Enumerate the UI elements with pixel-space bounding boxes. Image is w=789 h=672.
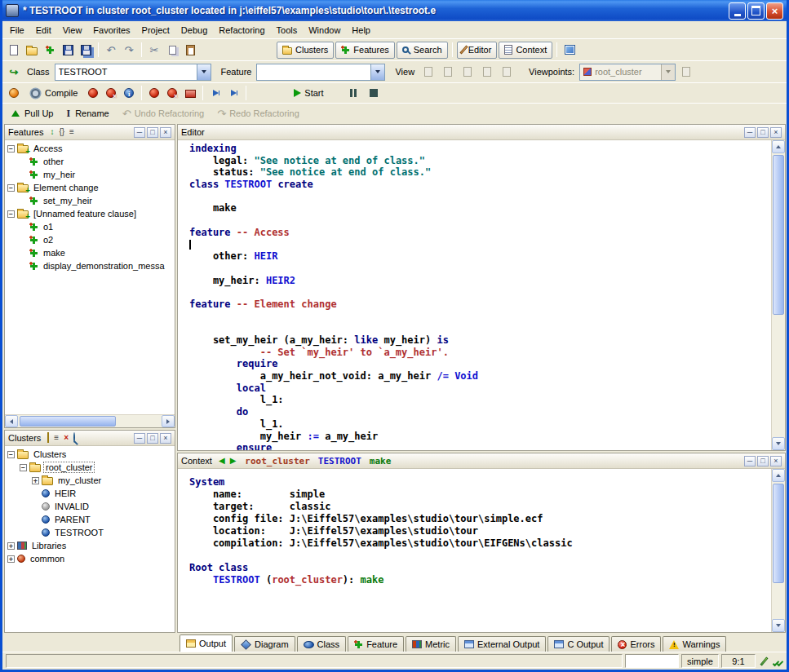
tab-feature[interactable]: Feature	[348, 636, 404, 652]
tree-item-clusters[interactable]: −Clusters	[5, 448, 175, 461]
tree-item-parent[interactable]: PARENT	[5, 513, 175, 526]
menu-window[interactable]: Window	[303, 23, 346, 38]
tree-item-root-cluster[interactable]: −root_cluster	[5, 461, 175, 474]
enable-breakpoints-button[interactable]	[146, 84, 162, 102]
sort-icon[interactable]: ↕	[49, 128, 55, 136]
minimize-button[interactable]	[729, 2, 746, 20]
titlebar[interactable]: * TESTROOT in cluster root_cluster locat…	[2, 0, 787, 21]
scroll-left-button[interactable]	[5, 415, 18, 427]
pull-up-button[interactable]: Pull Up	[6, 105, 59, 122]
melt-button[interactable]	[6, 84, 22, 102]
view-clickable-button[interactable]	[439, 63, 457, 81]
clusters-panel-header[interactable]: Clusters ≡ × ─ □ ×	[5, 431, 175, 446]
tree-item-display-demonstration-messa[interactable]: display_demonstration_messa	[5, 259, 175, 272]
view-interface-button[interactable]	[498, 63, 516, 81]
disable-breakpoints-button[interactable]	[164, 84, 180, 102]
panel-maximize-button[interactable]: □	[147, 433, 158, 444]
tree-item-set-my-heir[interactable]: set_my_heir	[5, 194, 175, 207]
vscroll-thumb[interactable]	[773, 155, 784, 315]
cut-button[interactable]: ✂	[146, 41, 162, 59]
expand-icon[interactable]: +	[7, 542, 15, 550]
save-all-button[interactable]	[78, 41, 94, 59]
search-tool-button[interactable]: Search	[397, 42, 448, 59]
send-to-new-window-button[interactable]: ↪	[6, 63, 22, 81]
tree-item-invalid[interactable]: INVALID	[5, 500, 175, 513]
panel-maximize-button[interactable]: □	[757, 456, 769, 466]
save-button[interactable]	[60, 41, 76, 59]
properties-icon[interactable]: ≡	[53, 434, 60, 442]
tree-item-libraries[interactable]: +Libraries	[5, 539, 175, 552]
tab-c-output[interactable]: C Output	[547, 636, 609, 652]
redo-button[interactable]: ↷	[121, 41, 137, 59]
tree-item-my-heir[interactable]: my_heir	[5, 168, 175, 181]
tab-errors[interactable]: Errors	[611, 636, 661, 652]
remove-breakpoints-button[interactable]	[182, 84, 198, 102]
panel-maximize-button[interactable]: □	[147, 127, 158, 138]
breadcrumb-class[interactable]: TESTROOT	[318, 456, 361, 466]
context-tool-button[interactable]: Context	[499, 42, 552, 59]
view-flat-button[interactable]	[459, 63, 477, 81]
collapse-icon[interactable]: −	[20, 464, 27, 471]
tree-item-make[interactable]: make	[5, 246, 175, 259]
panel-close-button[interactable]: ×	[770, 456, 782, 466]
breadcrumb-feature[interactable]: make	[370, 456, 392, 466]
expand-icon[interactable]: +	[32, 477, 39, 484]
vscroll-thumb[interactable]	[773, 484, 784, 583]
editor-panel-header[interactable]: Editor ─ □ ×	[178, 125, 785, 140]
scroll-right-button[interactable]	[162, 415, 175, 427]
panel-close-button[interactable]: ×	[160, 433, 171, 444]
tree-item-testroot[interactable]: TESTROOT	[5, 526, 175, 539]
scroll-down-button[interactable]	[772, 619, 785, 632]
menu-tools[interactable]: Tools	[271, 23, 304, 38]
menu-edit[interactable]: Edit	[30, 23, 57, 38]
new-item-button[interactable]	[42, 41, 58, 59]
tree-item-my-cluster[interactable]: +my_cluster	[5, 474, 175, 487]
maximize-button[interactable]	[747, 2, 765, 20]
rename-button[interactable]: I Rename	[60, 105, 114, 122]
step-into-button[interactable]	[207, 84, 224, 102]
panel-minimize-button[interactable]: ─	[134, 127, 145, 138]
tab-diagram[interactable]: Diagram	[234, 636, 295, 652]
feature-combo[interactable]	[256, 64, 385, 81]
hscroll-thumb[interactable]	[20, 416, 116, 427]
tree-item-other[interactable]: other	[5, 155, 175, 168]
panel-minimize-button[interactable]: ─	[744, 127, 756, 138]
context-output-area[interactable]: System name: simple target: classic conf…	[178, 469, 771, 632]
tab-external-output[interactable]: External Output	[458, 636, 546, 652]
tab-warnings[interactable]: Warnings	[663, 636, 726, 652]
view-basic-text-button[interactable]	[419, 63, 437, 81]
history-back-icon[interactable]: ◀	[218, 457, 226, 465]
panel-close-button[interactable]: ×	[770, 127, 782, 138]
editor-vscrollbar[interactable]	[771, 140, 785, 450]
project-info-button[interactable]: i	[121, 84, 137, 102]
start-button[interactable]: Start	[288, 85, 329, 102]
collapse-icon[interactable]: −	[7, 184, 15, 192]
expand-icon[interactable]: +	[7, 555, 15, 563]
panel-maximize-button[interactable]: □	[757, 127, 769, 138]
undo-refactoring-button[interactable]: ↶ Undo Refactoring	[117, 105, 211, 122]
finalize-button[interactable]	[103, 84, 119, 102]
editor-code-area[interactable]: indexing legal: "See notice at end of cl…	[178, 140, 771, 450]
collapse-icon[interactable]: −	[7, 145, 15, 153]
undo-button[interactable]: ↶	[103, 41, 119, 59]
new-window-button[interactable]	[6, 41, 22, 59]
tab-output[interactable]: Output	[180, 634, 233, 652]
step-over-button[interactable]	[225, 84, 242, 102]
features-tool-button[interactable]: Features	[335, 42, 394, 59]
panel-minimize-button[interactable]: ─	[744, 456, 756, 466]
feature-combo-dropdown-icon[interactable]	[370, 64, 384, 80]
tab-class[interactable]: Class	[297, 636, 347, 652]
scroll-down-button[interactable]	[772, 437, 785, 450]
viewpoint-manager-button[interactable]	[677, 63, 695, 81]
compile-button[interactable]: Compile	[24, 85, 83, 102]
tree-item-heir[interactable]: HEIR	[5, 487, 175, 500]
collapse-icon[interactable]: −	[7, 210, 15, 218]
features-hscrollbar[interactable]	[5, 414, 175, 427]
features-panel-header[interactable]: Features ↕ {} ≡ ─ □ ×	[5, 125, 175, 140]
context-vscrollbar[interactable]	[771, 469, 785, 632]
menu-help[interactable]: Help	[346, 23, 376, 38]
history-forward-icon[interactable]: ▶	[229, 457, 237, 465]
signatures-icon[interactable]: {}	[58, 128, 65, 136]
breadcrumb-cluster[interactable]: root_cluster	[245, 456, 309, 466]
scroll-up-button[interactable]	[772, 469, 785, 482]
